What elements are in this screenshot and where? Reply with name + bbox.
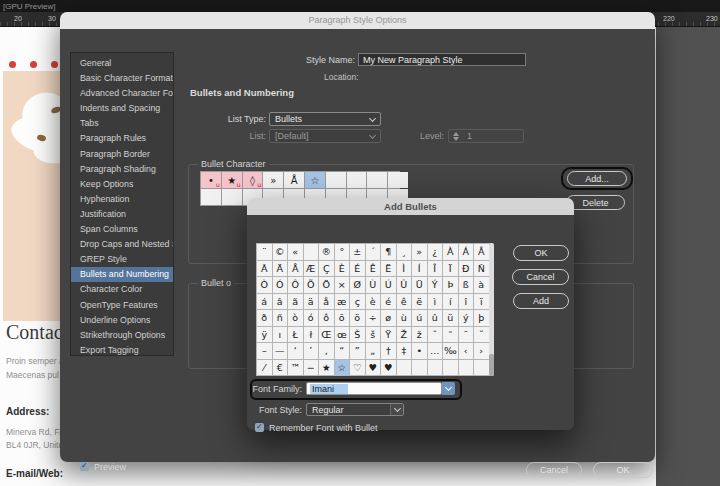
glyph-cell[interactable]: ¸ [397,244,412,260]
glyph-cell[interactable]: ö [350,310,365,326]
glyph-cell[interactable]: Ž [397,327,412,343]
glyph-cell[interactable]: Ú [381,277,396,293]
glyph-cell[interactable]: ° [335,244,350,260]
glyph-cell[interactable]: € [273,360,288,376]
preview-checkbox[interactable] [80,462,89,471]
glyph-cell[interactable]: Á [459,244,474,260]
glyph-cell[interactable]: « [288,244,303,260]
glyph-cell[interactable]: Î [428,261,443,277]
glyph-cell[interactable]: à [474,277,489,293]
sidebar-item-paragraph-rules[interactable]: Paragraph Rules [71,131,173,146]
glyph-cell[interactable]: » [412,244,427,260]
glyph-cell[interactable]: © [273,244,288,260]
glyph-cell[interactable]: ñ [273,310,288,326]
sidebar-item-general[interactable]: General [71,56,173,71]
glyph-cell[interactable]: Å [288,261,303,277]
glyph-cell[interactable]: Ł [288,327,303,343]
glyph-cell[interactable]: ¿ [428,244,443,260]
glyph-cell[interactable]: ” [350,343,365,359]
glyph-cell[interactable]: Ð [459,261,474,277]
glyph-cell[interactable]: Š [350,327,365,343]
glyph-cell[interactable]: ø [381,310,396,326]
glyph-cell[interactable]: ⁄ [257,360,272,376]
glyph-cell[interactable]: é [381,294,396,310]
glyph-cell[interactable]: â [273,294,288,310]
glyph-cell[interactable]: ¯ [459,327,474,343]
glyph-cell[interactable]: ù [397,310,412,326]
glyph-cell[interactable]: ä [304,294,319,310]
sidebar-item-opentype-features[interactable]: OpenType Features [71,298,173,313]
glyph-cell[interactable]: ì [428,294,443,310]
glyph-cell[interactable]: Œ [319,327,334,343]
bullet-cell[interactable]: ◊u [243,172,263,188]
glyph-cell[interactable]: Ä [273,261,288,277]
glyph-cell[interactable]: ♡ [350,360,365,376]
bullet-cell[interactable]: ★u [222,172,242,188]
glyph-cell[interactable]: ‡ [397,343,412,359]
glyph-cell[interactable]: ★ [319,360,334,376]
style-name-input[interactable]: My New Paragraph Style [358,53,526,66]
glyph-cell[interactable]: Â [474,244,489,260]
sidebar-item-span-columns[interactable]: Span Columns [71,222,173,237]
glyph-cell[interactable]: ® [319,244,334,260]
glyph-cell[interactable]: ˘ [474,327,489,343]
glyph-cell[interactable]: × [335,277,350,293]
add-bullets-cancel-button[interactable]: Cancel [512,269,569,285]
glyph-cell[interactable]: Þ [443,277,458,293]
glyph-cell[interactable] [304,244,319,260]
glyph-cell[interactable]: Æ [304,261,319,277]
glyph-cell[interactable]: › [474,343,489,359]
bullet-cell[interactable] [326,172,346,188]
remember-font-checkbox[interactable] [255,423,264,432]
glyph-cell[interactable] [443,360,458,376]
glyph-cell[interactable]: ‹ [459,343,474,359]
list-dropdown[interactable]: [Default] [269,129,381,143]
bullet-cell[interactable]: •u [201,172,221,188]
glyph-cell[interactable]: ÷ [366,310,381,326]
glyph-cell[interactable]: É [350,261,365,277]
glyph-cell[interactable]: ß [459,277,474,293]
glyph-cell[interactable]: õ [335,310,350,326]
sidebar-item-basic-character-formats[interactable]: Basic Character Formats [71,71,173,86]
glyph-cell[interactable]: ‚ [319,343,334,359]
sidebar-item-paragraph-border[interactable]: Paragraph Border [71,147,173,162]
glyph-cell[interactable] [397,360,412,376]
glyph-cell[interactable] [428,360,443,376]
glyph-cell[interactable]: Ý [428,277,443,293]
list-type-dropdown[interactable]: Bullets [269,112,381,126]
add-bullets-title-bar[interactable]: Add Bullets [247,198,574,215]
glyph-cell[interactable]: Ü [412,277,427,293]
sidebar-item-hyphenation[interactable]: Hyphenation [71,192,173,207]
glyph-cell[interactable]: “ [335,343,350,359]
glyph-cell[interactable]: è [366,294,381,310]
glyph-cell[interactable]: ë [412,294,427,310]
glyph-cell[interactable]: ã [288,294,303,310]
glyph-grid-scrollbar-thumb[interactable] [489,354,494,376]
level-stepper[interactable]: 1 [448,129,524,143]
glyph-cell[interactable]: ♥ [381,360,396,376]
glyph-cell[interactable]: ´ [366,244,381,260]
glyph-cell[interactable]: Ø [350,277,365,293]
glyph-cell[interactable]: ò [288,310,303,326]
glyph-cell[interactable]: Ó [273,277,288,293]
glyph-cell[interactable]: Ë [381,261,396,277]
sidebar-item-strikethrough-options[interactable]: Strikethrough Options [71,328,173,343]
glyph-cell[interactable]: å [319,294,334,310]
glyph-cell[interactable]: Í [412,261,427,277]
glyph-cell[interactable]: — [273,343,288,359]
glyph-cell[interactable]: È [335,261,350,277]
font-family-combobox[interactable]: Imani [306,382,442,395]
glyph-cell[interactable]: Ê [366,261,381,277]
glyph-cell[interactable]: û [428,310,443,326]
glyph-cell[interactable]: Ç [319,261,334,277]
glyph-cell[interactable]: ú [412,310,427,326]
glyph-cell[interactable]: • [412,343,427,359]
glyph-cell[interactable]: ÿ [257,327,272,343]
glyph-cell[interactable]: À [443,244,458,260]
glyph-cell[interactable]: Ò [257,277,272,293]
glyph-cell[interactable]: ‰ [443,343,458,359]
glyph-cell[interactable]: Ñ [474,261,489,277]
glyph-cell[interactable]: Ÿ [381,327,396,343]
glyph-cell[interactable]: Ô [288,277,303,293]
ok-button[interactable]: OK [593,462,653,478]
